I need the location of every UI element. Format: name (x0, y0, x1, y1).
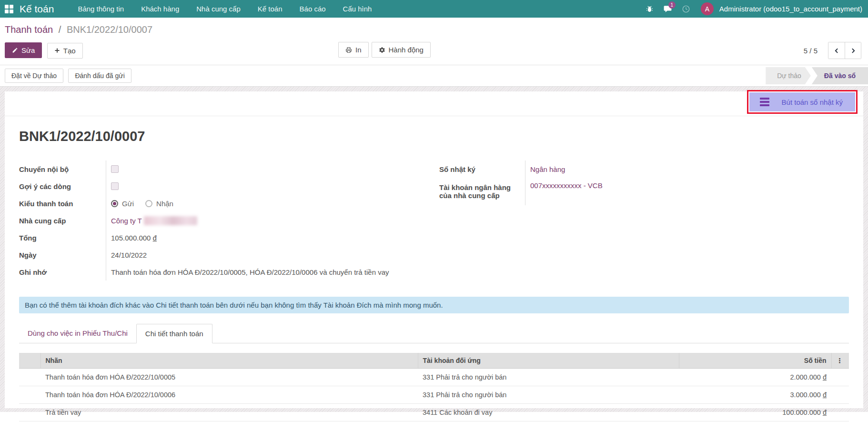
pager-next-button[interactable] (845, 42, 861, 59)
suggest-lines-checkbox[interactable] (111, 182, 119, 190)
top-navbar: Kế toán Bảng thông tin Khách hàng Nhà cu… (0, 0, 868, 18)
state-draft[interactable]: Dự thảo (766, 67, 811, 84)
breadcrumb: Thanh toán / BNK1/2022/10/0007 (5, 24, 863, 35)
form-view-background: Bút toán sổ nhật ký BNK1/2022/10/0007 Ch… (0, 87, 868, 412)
pager-previous-button[interactable] (828, 42, 845, 59)
currency-symbol: đ (153, 234, 157, 242)
field-suggest-lines: Gợi ý các dòng (19, 178, 439, 195)
row-amount[interactable]: 2.000.000 đ (679, 369, 831, 386)
user-menu[interactable]: Administrator (odoo15_to_account_payment… (719, 5, 862, 13)
messages-count-badge: 1 (668, 1, 676, 9)
tab-payment-details[interactable]: Chi tiết thanh toán (136, 324, 212, 343)
row-account[interactable]: 331 Phải trả cho người bán (418, 386, 679, 404)
breadcrumb-payments-link[interactable]: Thanh toán (5, 24, 53, 35)
chevron-right-icon (850, 48, 856, 54)
red-highlight-annotation: Bút toán sổ nhật ký (747, 90, 858, 114)
state-posted-active: Đã vào sổ (812, 67, 868, 84)
field-memo: Ghi nhớ Thanh toán hóa đơn HÓA Đ/2022/10… (19, 263, 439, 281)
print-button[interactable]: In (338, 42, 369, 58)
messages-icon[interactable]: 1 (660, 0, 676, 18)
row-handle[interactable] (19, 386, 40, 404)
action-menu-button[interactable]: Hành động (372, 42, 431, 58)
table-row[interactable]: Trả tiền vay 3411 Các khoản đi vay 100.0… (19, 404, 849, 421)
menu-dashboard[interactable]: Bảng thông tin (71, 0, 131, 17)
payment-type-receive-option[interactable]: Nhận (145, 200, 173, 208)
account-column-header[interactable]: Tài khoản đối ứng (418, 353, 679, 369)
user-avatar[interactable]: A (701, 2, 714, 15)
amount-value: 105.000.000 (111, 234, 151, 242)
activities-clock-icon[interactable] (678, 0, 694, 18)
row-handle[interactable] (19, 404, 40, 421)
row-label[interactable]: Trả tiền vay (40, 404, 418, 421)
statusbar-actions: Đặt về Dự thảo Đánh dấu đã gửi (5, 69, 131, 83)
field-bank-account: Tài khoản ngân hàng của nhà cung cấp 007… (439, 178, 849, 205)
journal-entries-smart-button[interactable]: Bút toán sổ nhật ký (749, 92, 855, 111)
gear-icon (379, 47, 385, 53)
row-label[interactable]: Thanh toán hóa đơn HÓA Đ/2022/10/0006 (40, 386, 418, 404)
row-account[interactable]: 331 Phải trả cho người bán (418, 369, 679, 386)
debug-bug-icon[interactable] (642, 0, 658, 18)
breadcrumb-separator: / (59, 24, 61, 35)
printer-icon (345, 47, 352, 53)
app-brand[interactable]: Kế toán (20, 3, 54, 15)
reset-to-draft-button[interactable]: Đặt về Dự thảo (5, 69, 63, 83)
menu-customers[interactable]: Khách hàng (134, 0, 186, 17)
payment-type-send-option[interactable]: Gửi (111, 200, 134, 208)
pencil-icon (12, 47, 18, 53)
row-amount[interactable]: 3.000.000 đ (679, 386, 831, 404)
record-buttons: Sửa Tạo (5, 42, 83, 59)
field-date: Ngày 24/10/2022 (19, 246, 439, 263)
row-handle[interactable] (19, 369, 40, 386)
form-sheet: Bút toán sổ nhật ký BNK1/2022/10/0007 Ch… (5, 91, 863, 408)
journal-link[interactable]: Ngân hàng (530, 165, 565, 173)
table-header-row: Nhãn Tài khoản đối ứng Số tiền ⋮ (19, 353, 849, 369)
internal-transfer-checkbox[interactable] (111, 165, 119, 173)
optional-columns-icon[interactable]: ⋮ (831, 353, 849, 369)
payment-lines-table: Nhãn Tài khoản đối ứng Số tiền ⋮ Thanh t… (19, 353, 849, 421)
statusbar-states: Dự thảo Đã vào sổ (766, 67, 868, 84)
field-amount: Tổng 105.000.000 đ (19, 229, 439, 246)
row-amount[interactable]: 100.000.000 đ (679, 404, 831, 421)
info-banner: Bạn có thể thêm tài khoản đích khác vào … (19, 297, 849, 313)
pager-count: 5 / 5 (804, 47, 818, 55)
tab-voucher-printing[interactable]: Dùng cho việc in Phiếu Thu/Chi (19, 324, 136, 343)
table-row[interactable]: Thanh toán hóa đơn HÓA Đ/2022/10/0005 33… (19, 369, 849, 386)
notebook-tabs: Dùng cho việc in Phiếu Thu/Chi Chi tiết … (19, 324, 849, 343)
create-button[interactable]: Tạo (47, 43, 83, 59)
menu-configuration[interactable]: Cấu hình (336, 0, 379, 17)
amount-column-header[interactable]: Số tiền (679, 353, 831, 369)
navbar-systray: 1 A Administrator (odoo15_to_account_pay… (642, 0, 862, 18)
edit-button[interactable]: Sửa (5, 42, 42, 58)
menu-vendors[interactable]: Nhà cung cấp (190, 0, 247, 17)
apps-menu-icon[interactable] (5, 5, 13, 13)
table-row[interactable]: Thanh toán hóa đơn HÓA Đ/2022/10/0006 33… (19, 386, 849, 404)
row-label[interactable]: Thanh toán hóa đơn HÓA Đ/2022/10/0005 (40, 369, 418, 386)
bank-account-link[interactable]: 007xxxxxxxxxxx - VCB (530, 181, 603, 190)
main-menu: Bảng thông tin Khách hàng Nhà cung cấp K… (71, 0, 641, 17)
vendor-link[interactable]: Công ty T (111, 217, 142, 225)
handle-column-header (19, 353, 40, 369)
payment-reference-title: BNK1/2022/10/0007 (19, 129, 849, 144)
statusbar-row: Đặt về Dự thảo Đánh dấu đã gửi Dự thảo Đ… (0, 65, 868, 87)
field-payment-type: Kiểu thanh toán Gửi Nhận (19, 195, 439, 212)
radio-unselected-icon (145, 200, 152, 207)
row-account[interactable]: 3411 Các khoản đi vay (418, 404, 679, 421)
menu-accounting[interactable]: Kế toán (251, 0, 289, 17)
control-panel: Thanh toán / BNK1/2022/10/0007 Sửa Tạo I… (0, 18, 868, 65)
field-vendor: Nhà cung cấp Công ty T (19, 212, 439, 229)
label-column-header[interactable]: Nhãn (40, 353, 418, 369)
pager: 5 / 5 (804, 42, 861, 59)
form-fields: Chuyển nội bộ Gợi ý các dòng Kiểu thanh … (19, 160, 849, 281)
date-value: 24/10/2022 (106, 246, 439, 263)
memo-value: Thanh toán hóa đơn HÓA Đ/2022/10/0005, H… (106, 263, 439, 281)
button-box: Bút toán sổ nhật ký (5, 91, 863, 116)
radio-selected-icon (111, 200, 118, 207)
menu-reports[interactable]: Báo cáo (293, 0, 333, 17)
vendor-name-redacted (144, 216, 197, 225)
plus-icon (54, 48, 60, 53)
journal-bars-icon (760, 98, 769, 106)
breadcrumb-current: BNK1/2022/10/0007 (67, 24, 152, 35)
field-internal-transfer: Chuyển nội bộ (19, 160, 439, 178)
mark-as-sent-button[interactable]: Đánh dấu đã gửi (68, 69, 131, 83)
field-journal: Sổ nhật ký Ngân hàng (439, 160, 849, 178)
